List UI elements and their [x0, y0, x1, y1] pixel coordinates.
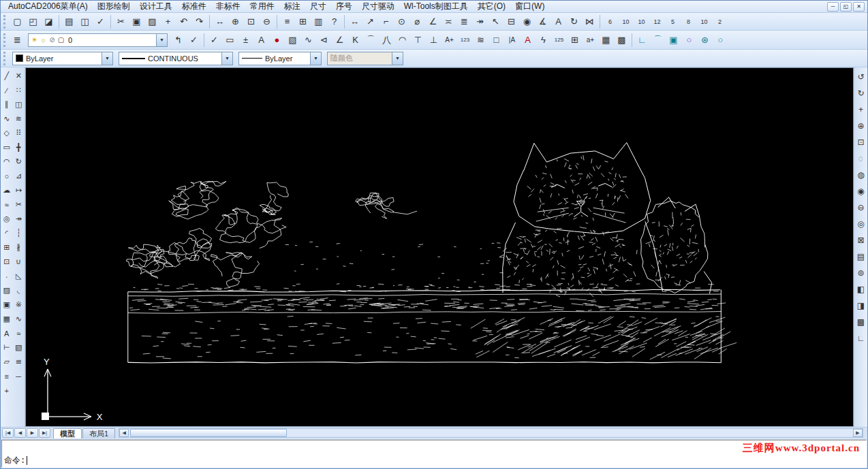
tolerance-icon[interactable]: ⊟ — [503, 14, 519, 29]
diameter-dimension-icon[interactable]: ⌀ — [409, 14, 425, 29]
lowercase-a-icon[interactable]: a+ — [583, 33, 598, 48]
zoom-extents-icon[interactable]: ⊠ — [855, 232, 867, 248]
menu-design-tools[interactable]: 设计工具 — [135, 0, 177, 13]
layer-lock-icon[interactable]: ⊘ — [48, 36, 57, 44]
break-at-point-icon[interactable]: ┆ — [13, 226, 25, 240]
stretch-icon[interactable]: ↦ — [13, 183, 25, 197]
menu-common-parts[interactable]: 常用件 — [245, 0, 279, 13]
dimension-update-icon[interactable]: ↻ — [566, 14, 582, 29]
minimize-button[interactable]: ─ — [827, 2, 839, 12]
zoom-center-icon[interactable]: ◉ — [855, 183, 867, 199]
preset-scale-button-3[interactable]: 10 — [634, 14, 649, 29]
distance-icon[interactable]: ⊢ — [1, 340, 12, 355]
preset-scale-button-1[interactable]: 6 — [602, 14, 618, 29]
chevron-down-icon[interactable]: ▼ — [156, 34, 167, 46]
grid-table-icon[interactable]: ⊞ — [567, 33, 583, 48]
polygon-icon[interactable]: ◇ — [1, 126, 12, 140]
copy-icon[interactable]: ▣ — [129, 14, 144, 29]
zoom-scale-icon[interactable]: ◍ — [855, 167, 867, 183]
mirror-icon[interactable]: ◫ — [13, 97, 25, 112]
menu-dimension[interactable]: 尺寸 — [305, 0, 331, 13]
hide-icon[interactable]: ◧ — [855, 281, 867, 297]
continue-dimension-icon[interactable]: ↠ — [472, 14, 488, 29]
layer-color-swatch-icon[interactable]: ▢ — [57, 36, 65, 44]
regen-icon[interactable]: ↻ — [855, 85, 867, 101]
perpendicular-symbol-icon[interactable]: ⊥ — [426, 33, 441, 48]
layer-manager-icon[interactable]: ≣ — [10, 33, 25, 48]
edit-hatch-icon[interactable]: ▧ — [13, 340, 25, 355]
make-layer-current-icon[interactable]: ✓ — [186, 33, 202, 48]
ellipse-arc-icon[interactable]: ◜ — [1, 226, 12, 240]
scale-icon[interactable]: ⊿ — [13, 169, 25, 183]
scrollbar-thumb[interactable] — [130, 429, 287, 437]
chamfer-symbol-icon[interactable]: 八 — [379, 33, 394, 48]
menu-serial-number[interactable]: 序号 — [331, 0, 357, 13]
table-icon[interactable]: ▦ — [1, 312, 12, 326]
region-icon[interactable]: ▣ — [1, 297, 12, 312]
menu-other[interactable]: 其它(O) — [473, 0, 510, 13]
plus-minus-tolerance-icon[interactable]: ± — [238, 33, 253, 48]
arc-segment-icon[interactable]: ◠ — [394, 33, 410, 48]
paste-icon[interactable]: ▨ — [144, 14, 160, 29]
hatch-icon[interactable]: ▨ — [1, 283, 12, 297]
datum-target-icon[interactable]: ⊤ — [410, 33, 426, 48]
rectangle-icon[interactable]: ▭ — [1, 140, 12, 155]
wave-symbol-icon[interactable]: ∿ — [300, 33, 316, 48]
fillet-icon[interactable]: ◟ — [13, 283, 25, 297]
move-icon[interactable]: ╋ — [13, 140, 25, 155]
baseline-dimension-icon[interactable]: ≣ — [456, 14, 472, 29]
toolbar-grip[interactable] — [3, 33, 7, 47]
polyline-icon[interactable]: ∿ — [1, 112, 12, 126]
pan-realtime-icon[interactable]: + — [855, 101, 867, 118]
trim-icon[interactable]: ✂ — [13, 197, 25, 212]
color-combo[interactable]: ByLayer ▼ — [12, 52, 113, 65]
quick-leader-icon[interactable]: ↖ — [488, 14, 503, 29]
ellipse-icon[interactable]: ◎ — [1, 212, 12, 226]
zoom-all-icon[interactable]: ◎ — [855, 216, 867, 232]
copy-object-icon[interactable]: ∷ — [13, 83, 25, 97]
zoom-dynamic-icon[interactable]: ◌ — [855, 150, 867, 167]
lightning-icon[interactable]: ϟ — [536, 33, 551, 48]
shade-icon[interactable]: ◨ — [855, 297, 867, 314]
area-icon[interactable]: ▱ — [1, 355, 12, 369]
extend-icon[interactable]: ↠ — [13, 212, 25, 226]
restore-button[interactable]: ◱ — [840, 2, 852, 12]
list-icon[interactable]: ≡ — [1, 369, 12, 383]
command-text-area[interactable]: 三维网www.3dportal.cn 命令: — [1, 440, 867, 468]
layer-on-bulb-icon[interactable]: ☀ — [30, 36, 39, 44]
layer-freeze-sun-icon[interactable]: ☼ — [39, 36, 48, 44]
help-icon[interactable]: ? — [326, 14, 342, 29]
layer-combo[interactable]: ☀☼⊘▢ 0 ▼ — [28, 33, 168, 47]
linear-dimension-icon[interactable]: ↔ — [347, 14, 362, 29]
mtext-icon[interactable]: A — [1, 326, 12, 340]
ordinate-dimension-icon[interactable]: ⌐ — [378, 14, 394, 29]
first-tab-button[interactable]: |◀ — [2, 428, 14, 438]
menu-standard-parts[interactable]: 标准件 — [177, 0, 211, 13]
join-icon[interactable]: ∪ — [13, 255, 25, 269]
number-123-icon[interactable]: 123 — [457, 33, 473, 48]
preset-scale-button-6[interactable]: 8 — [681, 14, 696, 29]
dimension-style-icon[interactable]: ⋈ — [582, 14, 598, 29]
preset-scale-button-4[interactable]: 12 — [649, 14, 665, 29]
purple-ring-icon[interactable]: ○ — [681, 33, 697, 48]
spline-icon[interactable]: ≈ — [1, 197, 12, 212]
chevron-down-icon[interactable]: ▼ — [310, 52, 321, 65]
pan-icon[interactable]: ↔ — [212, 14, 228, 29]
solid-square-icon[interactable]: ▣ — [666, 33, 681, 48]
angular-dimension-icon[interactable]: ∠ — [425, 14, 441, 29]
k-factor-icon[interactable]: K — [347, 33, 363, 48]
tool-palettes-icon[interactable]: ▥ — [311, 14, 326, 29]
design-center-icon[interactable]: ⊞ — [295, 14, 311, 29]
next-tab-button[interactable]: ▶ — [27, 428, 38, 438]
zoom-window-icon[interactable]: ⊡ — [855, 134, 867, 150]
taper-symbol-icon[interactable]: ⊲ — [316, 33, 332, 48]
new-file-icon[interactable]: ▢ — [10, 14, 25, 29]
last-tab-button[interactable]: ▶| — [39, 428, 50, 438]
undo-icon[interactable]: ↶ — [176, 14, 191, 29]
toolbar-grip[interactable] — [3, 52, 7, 65]
scroll-right-icon[interactable]: ▶ — [853, 429, 863, 437]
center-mark-icon[interactable]: ◉ — [519, 14, 535, 29]
line-icon[interactable]: ╱ — [1, 69, 12, 83]
chevron-down-icon[interactable]: ▼ — [102, 52, 112, 65]
chamfer-icon[interactable]: ◺ — [13, 269, 25, 283]
